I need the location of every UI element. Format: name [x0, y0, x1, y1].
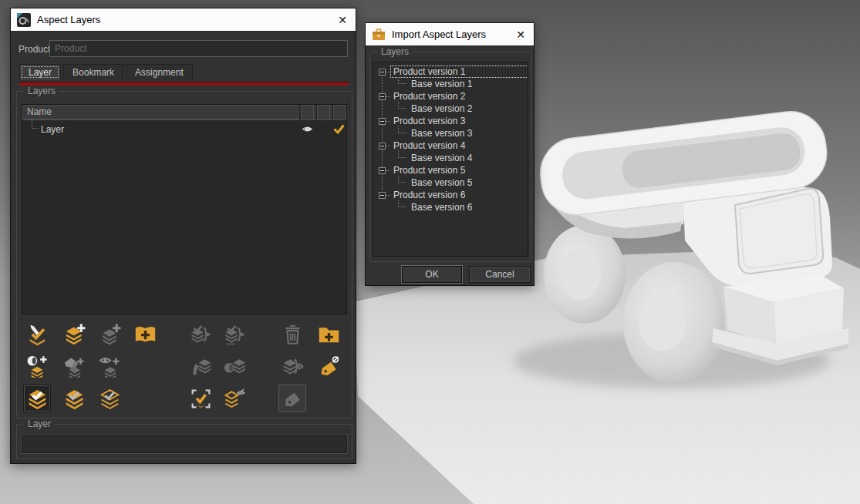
untag-layer-icon: [318, 355, 340, 378]
layers-table-header[interactable]: Name: [22, 105, 346, 120]
layers-table[interactable]: Name Layer: [22, 104, 347, 314]
import-layers-tree[interactable]: Product version 1Base version 1Product v…: [373, 62, 528, 257]
tree-collapse-icon[interactable]: [379, 69, 386, 76]
add-tag-layer-button[interactable]: [60, 352, 88, 380]
tree-item-label: Base version 2: [409, 103, 474, 114]
tab-layer[interactable]: Layer: [19, 64, 61, 80]
tree-item-label: Product version 4: [391, 140, 467, 151]
add-tag-layer-icon: [63, 355, 86, 378]
lock-column-header[interactable]: [315, 105, 330, 120]
tree-item-product[interactable]: Product version 4: [373, 139, 528, 152]
tree-item-base[interactable]: Base version 5: [373, 176, 528, 189]
layers-checked-icon: [63, 388, 86, 410]
add-child-layer-icon: [99, 324, 121, 346]
layers-checked-outline-button[interactable]: [96, 385, 123, 412]
add-layer-icon: [63, 324, 86, 346]
add-material-layer-button[interactable]: [23, 352, 51, 380]
tree-item-base[interactable]: Base version 1: [373, 78, 528, 90]
eye-icon[interactable]: [302, 125, 313, 136]
layers-checked-icon: [26, 388, 49, 410]
layer-name-input[interactable]: [22, 435, 347, 453]
tab-strip: Layer Bookmark Assignment: [19, 64, 193, 80]
tree-item-product[interactable]: Product version 2: [373, 90, 528, 102]
add-book-layer-button[interactable]: [131, 321, 159, 348]
tree-branch-line: [386, 96, 390, 97]
layers-hidden-icon: [224, 388, 246, 410]
tab-bookmark[interactable]: Bookmark: [63, 64, 123, 80]
visibility-column-header[interactable]: [299, 105, 314, 120]
check-icon[interactable]: [333, 124, 345, 136]
layer-group-label: Layer: [24, 418, 55, 429]
import-aspect-layers-window: Import Aspect Layers ✕ Layers Product ve…: [365, 22, 535, 286]
layers-hidden-button[interactable]: [221, 385, 248, 412]
add-material-layer-icon: [26, 355, 49, 378]
add-book-layer-icon: [134, 324, 157, 346]
tree-item-base[interactable]: Base version 2: [373, 102, 528, 115]
close-icon[interactable]: ✕: [329, 8, 356, 32]
select-checked-button[interactable]: [187, 385, 214, 412]
layers-to-variant-icon: [190, 324, 212, 346]
tree-item-product[interactable]: Product version 6: [373, 189, 528, 201]
tree-branch-line: [386, 195, 390, 196]
layers-group-label: Layers: [24, 86, 59, 96]
layers-checked-outline-icon: [99, 388, 121, 410]
cancel-button[interactable]: Cancel: [469, 266, 531, 283]
tree-branch-line: [386, 121, 390, 122]
add-child-layer-button[interactable]: [96, 321, 123, 348]
window-title: Aspect Layers: [37, 14, 100, 25]
tag-button[interactable]: [278, 385, 306, 412]
tree-item-label: Base version 4: [409, 153, 474, 163]
tree-item-label: Base version 1: [409, 79, 474, 89]
table-row[interactable]: Layer: [22, 121, 346, 137]
tree-branch-line: [398, 126, 406, 133]
layers-checked-button[interactable]: [60, 385, 88, 412]
layer-row-label: Layer: [41, 124, 64, 135]
tree-item-base[interactable]: Base version 3: [373, 127, 528, 139]
tree-item-base[interactable]: Base version 6: [373, 201, 528, 213]
paint-layers-icon: [190, 355, 212, 378]
tree-collapse-icon[interactable]: [379, 192, 386, 199]
tree-branch-line: [386, 146, 390, 146]
tree-item-base[interactable]: Base version 4: [373, 152, 528, 164]
close-icon[interactable]: ✕: [508, 23, 534, 46]
import-toolbox-icon: [372, 29, 386, 41]
delete-layer-button[interactable]: [278, 321, 306, 348]
tree-item-label: Product version 3: [391, 116, 467, 126]
tree-item-product[interactable]: Product version 1: [373, 66, 528, 78]
product-input[interactable]: [49, 40, 348, 57]
untag-layer-button[interactable]: [315, 352, 342, 380]
tree-collapse-icon[interactable]: [379, 143, 386, 150]
checked-column-header[interactable]: [332, 105, 346, 120]
ok-button[interactable]: OK: [402, 266, 462, 283]
layers-to-variant-all-icon: [224, 324, 246, 346]
edit-layer-check-button[interactable]: [23, 321, 51, 348]
add-layer-button[interactable]: [60, 321, 88, 348]
tree-branch-line: [386, 72, 390, 72]
tab-assignment[interactable]: Assignment: [126, 64, 193, 80]
import-titlebar[interactable]: Import Aspect Layers ✕: [366, 23, 534, 46]
aspect-layers-window: Aspect Layers ✕ Product: Layer Bookmark …: [10, 8, 356, 464]
material-layers-button[interactable]: [221, 352, 248, 380]
tree-item-label: Base version 3: [409, 128, 474, 139]
tree-collapse-icon[interactable]: [379, 118, 386, 125]
aspect-layers-titlebar[interactable]: Aspect Layers ✕: [11, 8, 356, 32]
tree-item-label: Product version 2: [391, 91, 467, 102]
add-folder-button[interactable]: [315, 321, 342, 348]
layers-to-variant-button[interactable]: [187, 321, 214, 348]
add-visibility-layer-button[interactable]: [96, 352, 123, 380]
tree-branch-line: [386, 170, 390, 171]
tree-collapse-icon[interactable]: [379, 93, 386, 100]
paint-layers-button[interactable]: [187, 352, 214, 380]
layers-to-variant-all-button[interactable]: [221, 321, 248, 348]
tree-item-product[interactable]: Product version 5: [373, 164, 528, 176]
tree-item-label: Product version 1: [391, 66, 528, 77]
tree-item-label: Base version 6: [409, 202, 474, 213]
tag-icon: [282, 388, 304, 410]
add-folder-icon: [318, 324, 340, 346]
layers-variant-add-button[interactable]: [278, 352, 306, 380]
name-column-header[interactable]: Name: [27, 106, 52, 117]
layers-checked-button[interactable]: [23, 385, 51, 412]
edit-layer-check-icon: [26, 324, 49, 346]
tree-item-product[interactable]: Product version 3: [373, 115, 528, 127]
tree-collapse-icon[interactable]: [379, 167, 386, 174]
